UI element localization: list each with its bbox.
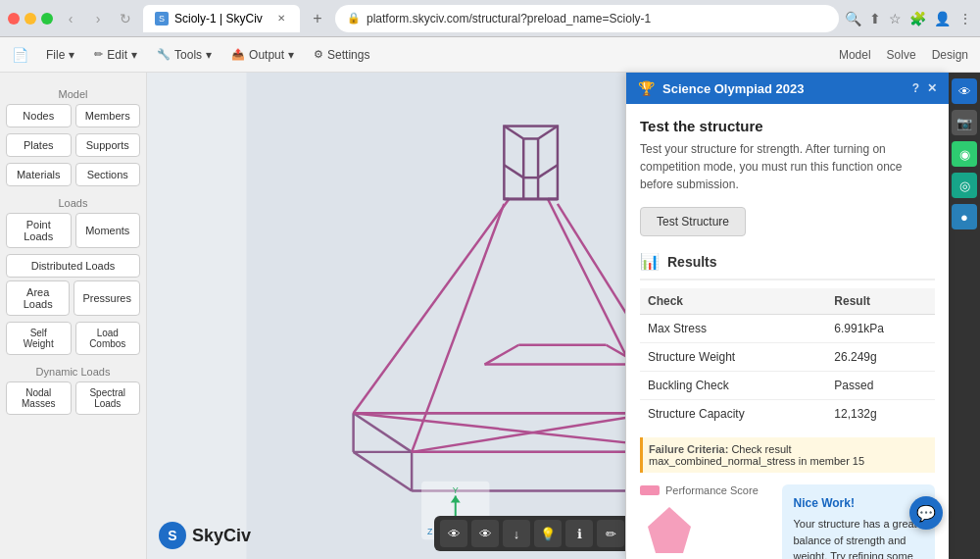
design-nav[interactable]: Design	[932, 48, 968, 62]
check-cell: Buckling Check	[640, 372, 826, 400]
pressures-button[interactable]: Pressures	[74, 280, 140, 316]
app-toolbar: 📄 File ▾ ✏ Edit ▾ 🔧 Tools ▾ 📤 Output ▾ ⚙…	[0, 37, 980, 73]
browser-tab[interactable]: S Scioly-1 | SkyCiv ✕	[143, 5, 300, 32]
plates-button[interactable]: Plates	[6, 133, 72, 157]
table-row: Max Stress6.991kPa	[640, 315, 935, 343]
tab-title: Scioly-1 | SkyCiv	[174, 12, 263, 25]
results-header: 📊 Results	[640, 252, 935, 280]
output-chevron: ▾	[288, 48, 294, 62]
point-loads-button[interactable]: Point Loads	[6, 213, 72, 248]
area-loads-button[interactable]: Area Loads	[6, 280, 70, 316]
views-button[interactable]: 👁	[952, 78, 977, 104]
file-menu[interactable]: File ▾	[38, 44, 82, 66]
check-cell: Structure Capacity	[640, 400, 826, 429]
panel-title: Test the structure	[640, 118, 935, 134]
sidebar: Model Nodes Members Plates Supports Mate…	[0, 73, 147, 559]
check-col-header: Check	[640, 288, 826, 315]
supports-button[interactable]: Supports	[75, 133, 141, 157]
moments-button[interactable]: Moments	[75, 213, 141, 248]
extensions-icon[interactable]: 🧩	[909, 11, 926, 26]
green-button[interactable]: ◉	[952, 141, 977, 167]
table-row: Structure Weight26.249g	[640, 343, 935, 372]
self-loadcombos-row: SelfWeight LoadCombos	[6, 322, 140, 358]
model-nav[interactable]: Model	[839, 48, 871, 62]
eye-button-2[interactable]: 👁	[471, 520, 499, 547]
settings-label: Settings	[327, 48, 369, 62]
score-left: Performance Score 462.164	[640, 484, 770, 559]
panel-header-actions: ? ✕	[912, 81, 937, 95]
tools-icon: 🔧	[157, 48, 171, 61]
close-dot[interactable]	[8, 13, 20, 25]
failure-criteria: Failure Criteria: Check result max_combi…	[640, 437, 935, 473]
address-url: platform.skyciv.com/structural?preload_n…	[367, 12, 651, 25]
nodes-button[interactable]: Nodes	[6, 104, 72, 127]
svg-text:Y: Y	[453, 485, 459, 495]
logo-icon: S	[159, 522, 186, 549]
result-cell: 26.249g	[826, 343, 935, 372]
bookmark-icon[interactable]: ☆	[889, 11, 902, 26]
camera-button[interactable]: 📷	[952, 110, 977, 135]
panel-trophy-icon: 🏆	[638, 80, 655, 96]
score-section: Performance Score 462.164 Nice Work! You…	[640, 484, 935, 559]
performance-label: Performance Score	[640, 484, 770, 496]
menu-icon[interactable]: ⋮	[958, 11, 972, 26]
result-cell: 6.991kPa	[826, 315, 935, 343]
refresh-button[interactable]: ↻	[114, 7, 137, 30]
teal-button[interactable]: ◎	[952, 173, 977, 198]
tab-favicon: S	[155, 12, 169, 25]
new-tab-button[interactable]: +	[306, 7, 329, 30]
panel-close-button[interactable]: ✕	[927, 81, 937, 95]
maximize-dot[interactable]	[41, 13, 53, 25]
results-chart-icon: 📊	[640, 252, 660, 271]
nodal-spectral-row: NodalMasses SpectralLoads	[6, 381, 140, 418]
check-cell: Max Stress	[640, 315, 826, 343]
output-menu[interactable]: 📤 Output ▾	[223, 44, 302, 66]
materials-button[interactable]: Materials	[6, 163, 72, 186]
minimize-dot[interactable]	[24, 13, 36, 25]
info-button[interactable]: ℹ	[565, 520, 593, 547]
sections-button[interactable]: Sections	[75, 163, 141, 186]
back-button[interactable]: ‹	[59, 7, 82, 30]
blue-button[interactable]: ●	[952, 204, 977, 229]
light-button[interactable]: 💡	[534, 520, 562, 547]
results-label: Results	[667, 254, 717, 270]
panel-help-button[interactable]: ?	[912, 81, 919, 95]
browser-nav: ‹ › ↻	[59, 7, 137, 30]
tools-menu[interactable]: 🔧 Tools ▾	[149, 44, 220, 66]
loads-section-label: Loads	[6, 197, 140, 209]
panel-description: Test your structure for strength. After …	[640, 140, 935, 193]
edit-button[interactable]: ✏	[597, 520, 624, 547]
distributed-loads-button[interactable]: Distributed Loads	[6, 254, 140, 278]
nodal-masses-button[interactable]: NodalMasses	[6, 381, 72, 415]
spectral-loads-button[interactable]: SpectralLoads	[75, 381, 141, 415]
chat-bubble[interactable]: 💬	[909, 496, 943, 530]
window-controls	[8, 13, 53, 25]
dynamic-section-label: Dynamic Loads	[6, 366, 140, 378]
panel-header: 🏆 Science Olympiad 2023 ? ✕	[626, 73, 949, 104]
eye-button-1[interactable]: 👁	[440, 520, 467, 547]
area-pressures-row: Area Loads Pressures	[6, 280, 140, 319]
down-button[interactable]: ↓	[503, 520, 530, 547]
tab-close-button[interactable]: ✕	[274, 12, 288, 25]
top-nav: Model Solve Design	[839, 48, 968, 62]
self-weight-button[interactable]: SelfWeight	[6, 322, 72, 355]
file-label: File	[46, 48, 65, 62]
plates-supports-row: Plates Supports	[6, 133, 140, 160]
search-icon[interactable]: 🔍	[845, 11, 861, 26]
load-combos-button[interactable]: LoadCombos	[75, 322, 141, 355]
profile-icon[interactable]: 👤	[934, 11, 951, 26]
forward-button[interactable]: ›	[86, 7, 110, 30]
results-table: Check Result Max Stress6.991kPaStructure…	[640, 288, 935, 428]
tools-chevron: ▾	[206, 48, 212, 62]
address-bar[interactable]: 🔒 platform.skyciv.com/structural?preload…	[335, 5, 839, 32]
test-structure-button[interactable]: Test Structure	[640, 207, 746, 236]
solve-nav[interactable]: Solve	[887, 48, 916, 62]
edit-label: Edit	[107, 48, 127, 62]
edit-menu[interactable]: ✏ Edit ▾	[86, 44, 145, 66]
nodes-members-row: Nodes Members	[6, 104, 140, 130]
settings-menu[interactable]: ⚙ Settings	[306, 44, 377, 66]
panel-content: Test the structure Test your structure f…	[626, 104, 949, 559]
share-icon[interactable]: ⬆	[869, 11, 881, 26]
file-chevron: ▾	[69, 48, 74, 62]
members-button[interactable]: Members	[75, 104, 141, 127]
